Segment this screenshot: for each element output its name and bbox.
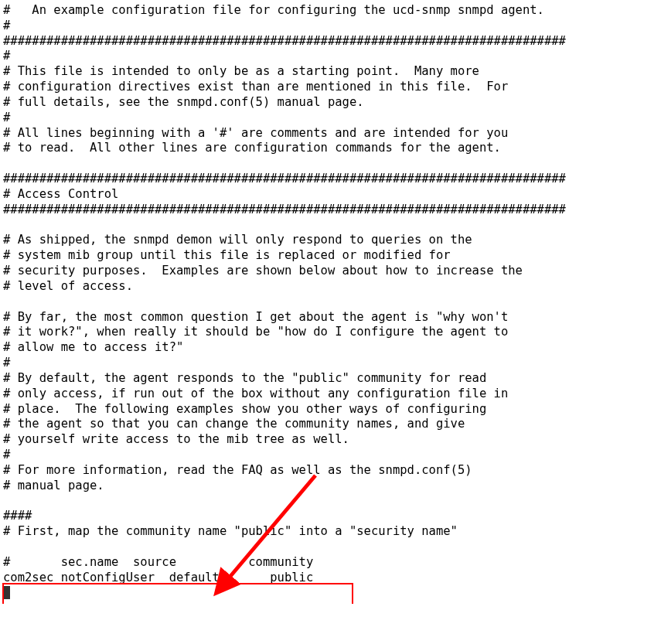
- config-line: # An example configuration file for conf…: [3, 3, 544, 17]
- config-line: # First, map the community name "public"…: [3, 524, 458, 538]
- config-line: # place. The following examples show you…: [3, 402, 486, 416]
- config-line: ####: [3, 509, 32, 523]
- config-line: # level of access.: [3, 279, 133, 293]
- config-line: # yourself write access to the mib tree …: [3, 432, 349, 446]
- config-line: # it work?", when really it should be "h…: [3, 325, 508, 339]
- config-line: # This file is intended to only be as a …: [3, 64, 479, 78]
- config-line: # For more information, read the FAQ as …: [3, 463, 472, 477]
- config-line: ########################################…: [3, 34, 566, 48]
- config-line: #: [3, 448, 10, 462]
- config-line: # system mib group until this file is re…: [3, 248, 451, 262]
- config-line: com2sec notConfigUser default public: [3, 571, 313, 584]
- config-line: ########################################…: [3, 203, 566, 216]
- config-file-content: # An example configuration file for conf…: [3, 3, 658, 601]
- config-line: # All lines beginning with a '#' are com…: [3, 126, 508, 140]
- config-line: #: [3, 19, 10, 32]
- config-line: # sec.name source community: [3, 555, 313, 569]
- config-line: # to read. All other lines are configura…: [3, 141, 501, 155]
- config-line: # full details, see the snmpd.conf(5) ma…: [3, 95, 364, 109]
- config-line: # configuration directives exist than ar…: [3, 80, 508, 94]
- config-line: # security purposes. Examples are shown …: [3, 264, 523, 278]
- config-line: # By far, the most common question I get…: [3, 310, 508, 324]
- text-cursor: [3, 586, 10, 599]
- config-line: # Access Control: [3, 187, 118, 201]
- config-line: # allow me to access it?": [3, 340, 183, 354]
- config-line: #: [3, 49, 10, 63]
- config-line: # By default, the agent responds to the …: [3, 371, 486, 385]
- config-line: #: [3, 356, 10, 370]
- config-line: # only access, if run out of the box wit…: [3, 387, 508, 400]
- config-line: # As shipped, the snmpd demon will only …: [3, 233, 472, 247]
- config-line: #: [3, 111, 10, 124]
- config-line: # the agent so that you can change the c…: [3, 417, 465, 431]
- config-line: ########################################…: [3, 172, 566, 186]
- config-line: # manual page.: [3, 479, 104, 492]
